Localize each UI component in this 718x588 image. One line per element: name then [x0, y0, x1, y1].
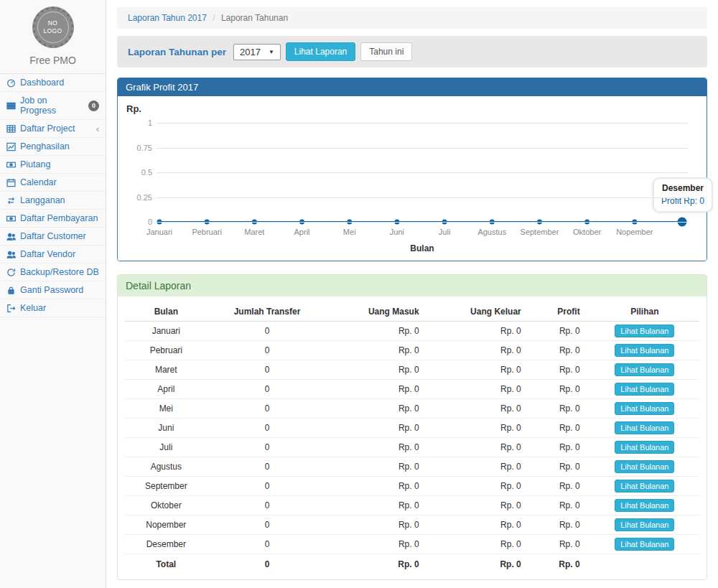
- cell-uang-keluar: Rp. 0: [429, 477, 531, 496]
- chart-panel-body: Rp. Desember Profit Rp: 0 00.250.50.751 …: [118, 96, 707, 261]
- caret-down-icon: ▼: [269, 49, 274, 55]
- refresh-icon: [6, 268, 16, 277]
- cell-jumlah-transfer: 0: [208, 438, 327, 457]
- cell-uang-keluar: Rp. 0: [429, 515, 531, 535]
- sidebar-item-calendar[interactable]: Calendar: [0, 174, 106, 192]
- cell-uang-masuk: Rp. 0: [327, 341, 429, 360]
- cell-bulan: Desember: [125, 535, 208, 554]
- cell-uang-masuk: Rp. 0: [327, 496, 429, 515]
- breadcrumb-current: Laporan Tahunan: [221, 13, 288, 23]
- lihat-bulanan-button[interactable]: Lihat Bulanan: [615, 441, 674, 454]
- cell-profit: Rp. 0: [531, 457, 590, 477]
- logo-text: NO LOGO: [41, 19, 65, 34]
- cell-pilihan: Lihat Bulanan: [590, 496, 699, 515]
- cell-profit: Rp. 0: [531, 399, 590, 419]
- cell-profit: Rp. 0: [531, 380, 590, 399]
- col-bulan: Bulan: [125, 302, 208, 322]
- sidebar-item-penghasilan[interactable]: Penghasilan: [0, 138, 106, 156]
- sidebar-item-daftar-vendor[interactable]: Daftar Vendor: [0, 246, 106, 263]
- lihat-bulanan-button[interactable]: Lihat Bulanan: [615, 344, 674, 357]
- cell-profit: Rp. 0: [531, 515, 590, 535]
- lock-icon: [6, 286, 16, 295]
- x-axis-title: Bulan: [157, 243, 688, 253]
- cell-uang-masuk: Rp. 0: [327, 399, 429, 419]
- lihat-laporan-button[interactable]: Lihat Laporan: [286, 42, 355, 61]
- sidebar-item-daftar-pembayaran[interactable]: Daftar Pembayaran: [0, 210, 106, 228]
- lihat-bulanan-button[interactable]: Lihat Bulanan: [615, 480, 674, 493]
- table-row: Mei0Rp. 0Rp. 0Rp. 0Lihat Bulanan: [125, 399, 699, 419]
- lihat-bulanan-button[interactable]: Lihat Bulanan: [615, 460, 674, 473]
- cell-pilihan: Lihat Bulanan: [590, 322, 699, 341]
- cell-pilihan: Lihat Bulanan: [590, 399, 699, 419]
- sidebar-item-daftar-project[interactable]: Daftar Project ‹: [0, 120, 106, 138]
- sidebar-item-keluar[interactable]: Keluar: [0, 299, 106, 317]
- tooltip-month: Desember: [661, 182, 704, 195]
- users-icon: [6, 250, 16, 259]
- sidebar-item-job-on-progress[interactable]: Job on Progress 0: [0, 92, 106, 120]
- x-tick-label: April: [294, 228, 310, 236]
- calendar-icon: [6, 178, 16, 187]
- chart-tooltip: Desember Profit Rp: 0: [653, 177, 713, 213]
- total-jumlah-transfer: 0: [208, 554, 327, 573]
- cell-pilihan: Lihat Bulanan: [590, 380, 699, 399]
- cell-uang-masuk: Rp. 0: [327, 535, 429, 554]
- year-select[interactable]: 2017 ▼: [233, 44, 281, 60]
- lihat-bulanan-button[interactable]: Lihat Bulanan: [615, 499, 674, 512]
- money-icon: [6, 160, 16, 169]
- lihat-bulanan-button[interactable]: Lihat Bulanan: [615, 538, 674, 551]
- gridline: [157, 222, 688, 223]
- cell-uang-masuk: Rp. 0: [327, 515, 429, 535]
- lihat-bulanan-button[interactable]: Lihat Bulanan: [615, 402, 674, 415]
- users-icon: [6, 232, 16, 241]
- money-icon: [6, 214, 16, 223]
- y-tick-label: 0.25: [123, 193, 152, 202]
- sidebar-item-dashboard[interactable]: Dashboard: [0, 74, 106, 92]
- chevron-left-icon: ‹: [96, 124, 99, 134]
- table-total-row: Total0Rp. 0Rp. 0Rp. 0: [125, 554, 699, 573]
- cell-bulan: Juni: [125, 419, 208, 438]
- cell-profit: Rp. 0: [531, 341, 590, 360]
- line-chart-icon: [6, 142, 16, 151]
- col-profit: Profit: [531, 302, 590, 322]
- cell-profit: Rp. 0: [531, 535, 590, 554]
- cell-pilihan: Lihat Bulanan: [590, 477, 699, 496]
- cell-bulan: Nopember: [125, 515, 208, 535]
- sidebar-item-daftar-customer[interactable]: Daftar Customer: [0, 228, 106, 246]
- sidebar-item-piutang[interactable]: Piutang: [0, 156, 106, 174]
- sign-out-icon: [6, 304, 16, 313]
- total-uang-keluar: Rp. 0: [429, 554, 531, 573]
- x-axis-labels: JanuariPebruariMaretAprilMeiJuniJuliAgus…: [157, 228, 688, 238]
- cell-pilihan: Lihat Bulanan: [590, 535, 699, 554]
- gridline: [157, 172, 688, 173]
- table-row: Pebruari0Rp. 0Rp. 0Rp. 0Lihat Bulanan: [125, 341, 699, 360]
- cell-uang-keluar: Rp. 0: [429, 419, 531, 438]
- cell-uang-masuk: Rp. 0: [327, 380, 429, 399]
- col-uang-masuk: Uang Masuk: [327, 302, 429, 322]
- table-row: September0Rp. 0Rp. 0Rp. 0Lihat Bulanan: [125, 477, 699, 496]
- cell-jumlah-transfer: 0: [208, 341, 327, 360]
- cell-uang-keluar: Rp. 0: [429, 399, 531, 419]
- breadcrumb-link-laporan-tahun[interactable]: Laporan Tahun 2017: [128, 13, 207, 23]
- cell-profit: Rp. 0: [531, 360, 590, 380]
- cell-pilihan: Lihat Bulanan: [590, 515, 699, 535]
- cell-jumlah-transfer: 0: [208, 380, 327, 399]
- lihat-bulanan-button[interactable]: Lihat Bulanan: [615, 363, 674, 376]
- main-area: Laporan Tahun 2017 / Laporan Tahunan Lap…: [106, 0, 718, 588]
- lihat-bulanan-button[interactable]: Lihat Bulanan: [615, 325, 674, 337]
- sidebar-item-ganti-password[interactable]: Ganti Password: [0, 281, 106, 299]
- sidebar-item-langganan[interactable]: Langganan: [0, 192, 106, 210]
- cell-uang-keluar: Rp. 0: [429, 457, 531, 477]
- cell-jumlah-transfer: 0: [208, 535, 327, 554]
- tahun-ini-button[interactable]: Tahun ini: [360, 42, 412, 61]
- cell-uang-keluar: Rp. 0: [429, 322, 531, 341]
- y-tick-label: 0.5: [123, 168, 152, 177]
- lihat-bulanan-button[interactable]: Lihat Bulanan: [615, 421, 674, 434]
- chart-plot: Desember Profit Rp: 0 00.250.50.751: [157, 123, 688, 222]
- lihat-bulanan-button[interactable]: Lihat Bulanan: [615, 383, 674, 396]
- sidebar-item-backup-restore-db[interactable]: Backup/Restore DB: [0, 263, 106, 281]
- lihat-bulanan-button[interactable]: Lihat Bulanan: [615, 518, 674, 531]
- report-panel-body: Bulan Jumlah Transfer Uang Masuk Uang Ke…: [118, 297, 707, 579]
- cell-profit: Rp. 0: [531, 477, 590, 496]
- x-tick-label: Mei: [343, 228, 356, 236]
- cell-pilihan: Lihat Bulanan: [590, 360, 699, 380]
